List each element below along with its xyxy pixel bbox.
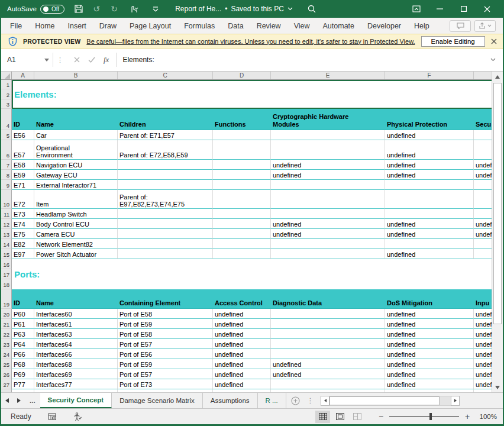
cell[interactable]: [34, 259, 118, 269]
cell[interactable]: Parent of: E72,E58,E59: [118, 140, 213, 160]
insert-function-icon[interactable]: fx: [104, 55, 109, 64]
cell[interactable]: [271, 209, 385, 219]
row-number[interactable]: 16: [1, 259, 12, 269]
row-number[interactable]: 6: [1, 140, 12, 160]
cell[interactable]: [474, 130, 492, 140]
cell[interactable]: E59: [12, 170, 34, 180]
cell[interactable]: [213, 279, 271, 289]
cell[interactable]: [271, 349, 385, 359]
cell[interactable]: [474, 180, 492, 190]
zoom-in-button[interactable]: +: [464, 412, 471, 421]
cell[interactable]: [118, 170, 213, 180]
cell[interactable]: Diagnostic Data: [271, 289, 385, 309]
cell[interactable]: [474, 80, 492, 89]
row-number[interactable]: 4: [1, 109, 12, 130]
cell[interactable]: P64: [12, 339, 34, 349]
cell[interactable]: [213, 160, 271, 170]
cell[interactable]: [12, 259, 34, 269]
cell[interactable]: E75: [12, 229, 34, 239]
cell[interactable]: Interfaces77: [34, 379, 118, 389]
cell[interactable]: Port of E57: [118, 369, 213, 379]
cell[interactable]: [213, 229, 271, 239]
cell[interactable]: undefined: [385, 319, 474, 329]
sheet-tab-r[interactable]: R ...: [258, 393, 286, 408]
cell[interactable]: undefined: [271, 229, 385, 239]
row-number[interactable]: 10: [1, 190, 12, 209]
cell[interactable]: [118, 160, 213, 170]
cell[interactable]: [213, 130, 271, 140]
cell[interactable]: [271, 239, 385, 249]
cell[interactable]: undefined: [385, 349, 474, 359]
hscroll-track[interactable]: [329, 396, 451, 406]
cell[interactable]: [34, 80, 118, 89]
cell[interactable]: [213, 239, 271, 249]
cell[interactable]: [474, 140, 492, 160]
cell[interactable]: [271, 329, 385, 339]
cell[interactable]: ID: [12, 289, 34, 309]
cell[interactable]: [118, 229, 213, 239]
ribbon-tab-formulas[interactable]: Formulas: [177, 20, 221, 33]
view-normal-button[interactable]: [315, 411, 330, 423]
cell[interactable]: Port of E58: [118, 309, 213, 319]
cell[interactable]: undefined: [474, 170, 492, 180]
cell[interactable]: Headlamp Switch: [34, 209, 118, 219]
cell[interactable]: undefined: [213, 389, 271, 392]
cell[interactable]: Cryptographic Hardware Modules: [271, 109, 385, 130]
horizontal-scrollbar[interactable]: [321, 395, 460, 406]
cell[interactable]: [118, 249, 213, 259]
cell[interactable]: undefined: [474, 160, 492, 170]
cell[interactable]: undefined: [474, 329, 492, 339]
vertical-scrollbar-thumb[interactable]: [493, 83, 502, 324]
cell[interactable]: [213, 170, 271, 180]
cell[interactable]: [271, 180, 385, 190]
cell[interactable]: Port of E73: [118, 379, 213, 389]
cell[interactable]: [213, 180, 271, 190]
ribbon-tab-developer[interactable]: Developer: [361, 20, 408, 33]
scroll-up-icon[interactable]: [492, 72, 503, 82]
formula-input[interactable]: Elements:: [117, 56, 486, 64]
zoom-slider[interactable]: [389, 416, 459, 417]
cell[interactable]: Port of E59: [118, 319, 213, 329]
row-number[interactable]: 26: [1, 369, 12, 379]
cell[interactable]: Interfaces63: [34, 329, 118, 339]
cell[interactable]: [213, 249, 271, 259]
cell[interactable]: [474, 239, 492, 249]
cell[interactable]: undefined: [213, 349, 271, 359]
cell[interactable]: E97: [12, 249, 34, 259]
accessibility-checker-icon[interactable]: [73, 412, 82, 421]
cell[interactable]: undefined: [474, 319, 492, 329]
cell[interactable]: Inpu: [474, 289, 492, 309]
zoom-slider-thumb[interactable]: [429, 413, 432, 420]
column-header-E[interactable]: E: [271, 72, 385, 79]
cell[interactable]: Gateway ECU: [34, 170, 118, 180]
cell[interactable]: undefined: [385, 130, 474, 140]
cell[interactable]: E56: [12, 130, 34, 140]
cell[interactable]: Interfaces64: [34, 339, 118, 349]
cell[interactable]: [213, 140, 271, 160]
autosave-toggle[interactable]: Off: [40, 5, 64, 14]
cell[interactable]: [385, 259, 474, 269]
cell[interactable]: [271, 309, 385, 319]
cell[interactable]: Car: [34, 130, 118, 140]
cell[interactable]: P66: [12, 349, 34, 359]
cell[interactable]: Port of E74: [118, 389, 213, 392]
cell[interactable]: undefined: [474, 309, 492, 319]
row-number[interactable]: 19: [1, 289, 12, 309]
ribbon-tab-page-layout[interactable]: Page Layout: [123, 20, 177, 33]
cell[interactable]: undefined: [385, 329, 474, 339]
cell[interactable]: [34, 99, 118, 109]
ribbon-tab-insert[interactable]: Insert: [62, 20, 93, 33]
cell[interactable]: undefined: [474, 379, 492, 389]
cell[interactable]: Name: [34, 109, 118, 130]
scroll-down-icon[interactable]: [492, 382, 503, 392]
cell[interactable]: [213, 259, 271, 269]
cell[interactable]: [474, 259, 492, 269]
cell[interactable]: undefined: [271, 359, 385, 369]
cell[interactable]: Port of E59: [118, 359, 213, 369]
cell[interactable]: Body Control ECU: [34, 219, 118, 229]
cell[interactable]: E57: [12, 140, 34, 160]
cell[interactable]: undefined: [385, 249, 474, 259]
row-number[interactable]: 20: [1, 309, 12, 319]
cell[interactable]: [271, 379, 385, 389]
name-box[interactable]: A1: [1, 53, 53, 67]
